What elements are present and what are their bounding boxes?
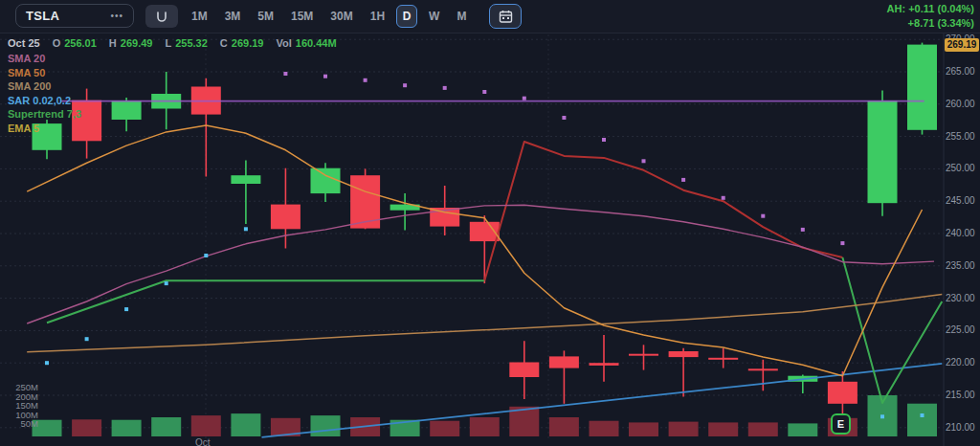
psar-dots-below-left [85,337,89,341]
low-value: 255.32 [175,37,208,49]
volume-bar [430,421,459,436]
volume-value: 160.44M [296,37,337,49]
session-change: +8.71 (3.34%) [887,16,974,31]
price-tick-label: 250.00 [946,163,978,173]
candle-body [907,45,937,130]
calendar-button[interactable] [489,4,522,29]
price-tick-label: 245.00 [946,195,978,206]
open-label: O [53,37,61,49]
chart-type-button[interactable] [145,5,178,28]
candle-body [72,100,101,142]
candle-body [271,205,301,230]
after-hours-quote: AH: +0.11 (0.04%) +8.71 (3.34%) [887,2,974,31]
psar-dots-above [364,78,368,82]
candle-body [629,354,658,356]
price-tick-label: 230.00 [946,293,978,303]
psar-dots-above [642,159,646,163]
psar-dots-above [681,178,685,182]
psar-dots-above [403,83,407,87]
candle-body [509,363,539,378]
psar-dots-above [283,72,287,76]
timeframe-row: 1M3M5M15M30M1HDWM [186,5,522,28]
candle-body [708,358,738,360]
psar-dots-below-left [45,361,49,365]
psar-dots-below-left [244,227,248,231]
price-chart[interactable] [0,0,980,446]
volume-bar [311,415,341,436]
price-tick-label: 210.00 [946,422,978,433]
psar-dots-below-right [880,414,884,418]
volume-bar [231,413,260,436]
candle-body [112,100,142,120]
psar-dots-above [482,90,486,94]
candle-body [231,175,260,184]
volume-bar [788,423,817,436]
candle-body [669,351,699,357]
volume-bar [151,417,181,436]
legend-item-sar-0-02-0-2[interactable]: SAR 0.02,0.2 [8,95,71,106]
tf-button-15M[interactable]: 15M [285,5,319,28]
psar-dots-above [323,75,327,78]
price-tick-label: 240.00 [946,228,978,238]
psar-dots-below-right [921,413,924,417]
psar-dots-below-left [165,281,168,285]
tf-button-D[interactable]: D [396,5,417,28]
psar-dots-below-left [124,307,128,311]
legend-item-ema-5[interactable]: EMA 5 [8,123,39,134]
close-label: C [220,37,228,49]
psar-dots-above [722,196,725,200]
time-axis-month-label: Oct [195,437,211,446]
tf-button-1M[interactable]: 1M [186,5,213,28]
psar-dots-above [840,241,844,245]
symbol-more-icon[interactable]: ••• [110,11,123,21]
price-tick-label: 260.00 [946,99,978,109]
candle-body [590,363,619,366]
tf-button-30M[interactable]: 30M [324,5,358,28]
volume-bar [191,415,221,436]
volume-bar [72,419,101,436]
volume-bar [907,404,937,436]
after-hours-change: AH: +0.11 (0.04%) [887,2,974,16]
price-tick-label: 225.00 [946,324,978,335]
legend-item-supertrend-7-3[interactable]: Supertrend 7,3 [8,108,81,120]
price-tick-label: 265.00 [946,66,978,77]
price-tick-label: 215.00 [946,390,978,400]
ema5-line [27,125,922,376]
symbol-search-box[interactable]: TSLA ••• [15,4,134,28]
symbol-ticker: TSLA [26,9,59,23]
high-value: 269.49 [121,37,153,49]
tf-button-1H[interactable]: 1H [365,5,390,28]
ohlc-date: Oct 25 [8,37,40,49]
high-label: H [109,37,117,49]
ohlc-readout: Oct 25 O256.01 H269.49 L255.32 C269.19 V… [8,37,337,49]
candle-body [828,382,858,404]
volume-label: Vol [276,37,291,49]
low-label: L [165,37,171,49]
legend-item-sma-200[interactable]: SMA 200 [8,80,51,92]
volume-tick-label: 50M [4,418,38,429]
legend-item-sma-50[interactable]: SMA 50 [8,67,45,78]
candle-body [868,100,898,203]
psar-dots-above [602,138,606,142]
candles-style-icon [154,9,169,24]
open-value: 256.01 [64,37,97,49]
toolbar: TSLA ••• 1M3M5M15M30M1HDWM AH: +0.11 (0.… [0,0,980,33]
psar-dots-above [562,116,566,120]
price-tick-label: 255.00 [946,131,978,142]
tf-button-5M[interactable]: 5M [252,5,279,28]
legend-item-sma-20[interactable]: SMA 20 [8,53,45,64]
tf-button-3M[interactable]: 3M [219,5,247,28]
volume-bar [629,422,658,436]
volume-bar [549,417,579,436]
psar-dots-below-left [204,254,208,257]
candle-body [549,356,579,368]
candle-body [748,368,778,370]
earnings-badge[interactable]: E [831,413,851,435]
tf-button-M[interactable]: M [451,5,472,28]
last-price-badge: 269.19 [945,38,979,52]
psar-dots-above [443,86,447,90]
price-tick-label: 235.00 [946,260,978,271]
psar-dots-above [523,97,526,100]
close-value: 269.19 [232,37,264,49]
tf-button-W[interactable]: W [423,5,445,28]
